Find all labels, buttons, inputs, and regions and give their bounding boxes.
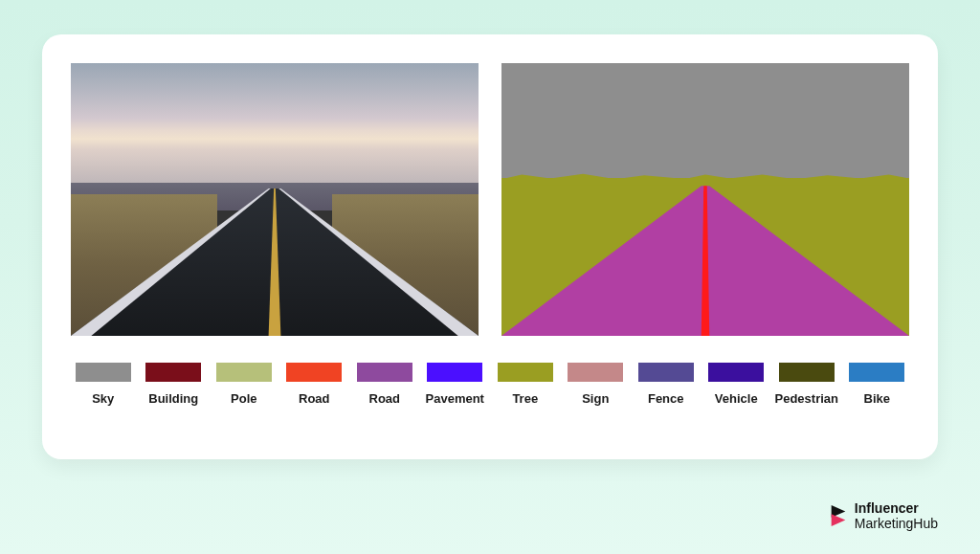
legend-item: Pole bbox=[212, 363, 277, 406]
legend-item: Road bbox=[352, 363, 417, 406]
legend-item: Pavement bbox=[423, 363, 488, 406]
legend-label: Fence bbox=[648, 391, 684, 406]
legend-swatch bbox=[145, 363, 201, 382]
legend-label: Tree bbox=[512, 391, 538, 406]
legend-item: Tree bbox=[493, 363, 558, 406]
legend-swatch bbox=[638, 363, 694, 382]
legend-label: Road bbox=[299, 391, 330, 406]
legend-swatch bbox=[76, 363, 131, 382]
svg-marker-1 bbox=[832, 514, 846, 526]
legend-item: Sign bbox=[564, 363, 629, 406]
legend-label: Pedestrian bbox=[775, 391, 838, 406]
legend-item: Building bbox=[142, 363, 207, 406]
legend-swatch bbox=[286, 363, 342, 382]
legend-label: Building bbox=[148, 391, 198, 406]
legend-label: Pole bbox=[231, 391, 256, 406]
legend-swatch bbox=[427, 363, 482, 382]
legend-item: Vehicle bbox=[704, 363, 769, 406]
legend-swatch bbox=[357, 363, 412, 382]
legend-swatch bbox=[568, 363, 623, 382]
legend-label: Pavement bbox=[426, 391, 484, 406]
legend-label: Sky bbox=[92, 391, 114, 406]
legend-item: Bike bbox=[845, 363, 910, 406]
legend-item: Fence bbox=[634, 363, 699, 406]
legend-swatch bbox=[216, 363, 272, 382]
legend-item: Pedestrian bbox=[774, 363, 839, 406]
watermark-logo: Influencer MarketingHub bbox=[828, 500, 938, 531]
brand-line-2: MarketingHub bbox=[855, 516, 938, 531]
brand-line-1: Influencer bbox=[855, 500, 919, 516]
brand-arrow-icon bbox=[828, 503, 849, 528]
comparison-card: SkyBuildingPoleRoadRoadPavementTreeSignF… bbox=[42, 34, 938, 459]
road-photo-rendering bbox=[71, 63, 479, 336]
image-row bbox=[71, 63, 909, 336]
legend-item: Sky bbox=[71, 363, 136, 406]
legend-swatch bbox=[779, 363, 835, 382]
segmentation-rendering bbox=[501, 63, 909, 336]
input-photo bbox=[71, 63, 479, 336]
legend-swatch bbox=[498, 363, 553, 382]
legend: SkyBuildingPoleRoadRoadPavementTreeSignF… bbox=[71, 363, 909, 406]
legend-swatch bbox=[849, 363, 904, 382]
legend-label: Road bbox=[369, 391, 401, 406]
legend-label: Bike bbox=[864, 391, 890, 406]
segmentation-map bbox=[501, 63, 909, 336]
legend-swatch bbox=[708, 363, 764, 382]
legend-item: Road bbox=[282, 363, 347, 406]
legend-label: Vehicle bbox=[715, 391, 758, 406]
legend-label: Sign bbox=[582, 391, 609, 406]
